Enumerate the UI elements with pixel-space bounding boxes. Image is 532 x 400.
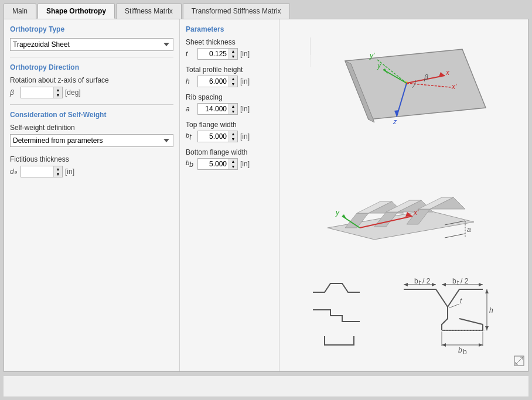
svg-text:y': y' — [369, 52, 375, 60]
content-area: Orthotropy Type Trapezoidal Sheet Orthot… — [4, 19, 528, 372]
param-spinner-2: ▲ ▼ — [197, 103, 238, 115]
param-spinner-0: ▲ ▼ — [197, 48, 238, 60]
self-weight-title: Consideration of Self-Weight — [10, 111, 173, 119]
param-down-btn-2[interactable]: ▼ — [229, 109, 237, 114]
svg-line-54 — [449, 304, 459, 308]
param-input-3[interactable] — [198, 131, 229, 142]
orthotropy-direction-title: Orthotropy Direction — [10, 63, 173, 71]
d-row: d₉ 0.199 ▲ ▼ [in] — [10, 166, 173, 177]
svg-text:t: t — [460, 297, 462, 305]
trapezoidal-sheet-diagram: y x' a — [310, 175, 497, 251]
param-spinner-btns-1: ▲ ▼ — [229, 76, 237, 87]
param-spinner-btns-4: ▲ ▼ — [229, 159, 237, 169]
param-input-4[interactable] — [198, 159, 229, 169]
param-profile-height: Total profile height h ▲ ▼ [in] — [186, 66, 273, 87]
param-symbol-4: bb — [186, 159, 195, 169]
param-up-btn-1[interactable]: ▲ — [229, 76, 237, 81]
tab-bar: Main Shape Orthotropy Stiffness Matrix T… — [0, 0, 532, 19]
d-symbol: d₉ — [10, 167, 18, 176]
param-up-btn-0[interactable]: ▲ — [229, 49, 237, 54]
cross-sections-left — [310, 278, 380, 354]
plate-axes-diagram: x x' y y' z β — [310, 37, 497, 149]
param-input-0[interactable] — [198, 49, 229, 59]
beta-input[interactable]: -45.00 — [21, 87, 53, 98]
param-up-btn-3[interactable]: ▲ — [229, 131, 237, 136]
svg-text:/ 2: / 2 — [461, 278, 469, 285]
beta-symbol: β — [10, 88, 18, 97]
params-title: Parameters — [186, 25, 273, 33]
param-up-btn-2[interactable]: ▲ — [229, 104, 237, 109]
self-weight-select[interactable]: Determined from parameters — [10, 134, 173, 147]
svg-text:y: y — [335, 208, 340, 217]
svg-marker-62 — [442, 343, 446, 347]
param-sheet-thickness: Sheet thickness t ▲ ▼ [in] — [186, 38, 273, 60]
d-up-btn[interactable]: ▲ — [54, 166, 62, 172]
beta-row: β -45.00 ▲ ▼ [deg] — [10, 87, 173, 98]
param-symbol-0: t — [186, 50, 195, 58]
svg-line-69 — [519, 357, 523, 361]
param-input-row-4: bb ▲ ▼ [in] — [186, 158, 273, 170]
main-container: Main Shape Orthotropy Stiffness Matrix T… — [0, 0, 532, 400]
param-unit-3: [in] — [240, 132, 250, 141]
param-top-flange: Top flange width bt ▲ ▼ [in] — [186, 121, 273, 142]
svg-text:a: a — [467, 225, 471, 234]
orthotropy-type-select[interactable]: Trapezoidal Sheet — [10, 38, 173, 51]
d-down-btn[interactable]: ▼ — [54, 172, 62, 177]
svg-text:t: t — [457, 279, 459, 287]
svg-text:x': x' — [413, 208, 419, 217]
self-weight-group: Consideration of Self-Weight Self-weight… — [10, 111, 173, 177]
right-panel: x x' y y' z β — [279, 19, 528, 371]
svg-text:b: b — [414, 278, 418, 285]
expand-icon — [514, 355, 524, 366]
param-unit-4: [in] — [240, 160, 250, 168]
beta-spinner-btns: ▲ ▼ — [53, 87, 62, 98]
param-spinner-3: ▲ ▼ — [197, 131, 238, 142]
tab-stiffness-matrix[interactable]: Stiffness Matrix — [116, 4, 182, 19]
param-label-3: Top flange width — [186, 121, 273, 129]
param-down-btn-3[interactable]: ▼ — [229, 136, 237, 142]
svg-text:z: z — [393, 118, 397, 126]
svg-text:β: β — [424, 73, 428, 81]
cross-section-area: b t / 2 b t / 2 — [310, 278, 497, 354]
d-spinner-btns: ▲ ▼ — [53, 166, 62, 177]
param-spinner-btns-2: ▲ ▼ — [229, 104, 237, 114]
param-unit-1: [in] — [240, 77, 250, 86]
orthotropy-direction-group: Orthotropy Direction Rotation about z-ax… — [10, 63, 173, 98]
tab-shape-orthotropy[interactable]: Shape Orthotropy — [37, 4, 115, 19]
middle-panel: Parameters Sheet thickness t ▲ ▼ — [180, 19, 279, 371]
param-input-2[interactable] — [198, 104, 229, 114]
cross-section-dimensioned: b t / 2 b t / 2 — [392, 278, 497, 354]
param-input-row-0: t ▲ ▼ [in] — [186, 48, 273, 60]
tab-main[interactable]: Main — [4, 4, 36, 19]
param-down-btn-1[interactable]: ▼ — [229, 81, 237, 87]
orthotropy-type-group: Orthotropy Type Trapezoidal Sheet — [10, 25, 173, 51]
svg-marker-47 — [479, 283, 483, 286]
param-down-btn-4[interactable]: ▼ — [229, 164, 237, 169]
expand-icon-btn[interactable] — [514, 355, 524, 368]
left-panel: Orthotropy Type Trapezoidal Sheet Orthot… — [4, 19, 180, 371]
param-spinner-btns-0: ▲ ▼ — [229, 49, 237, 59]
beta-up-btn[interactable]: ▲ — [54, 87, 62, 93]
orthotropy-type-title: Orthotropy Type — [10, 25, 173, 33]
svg-text:t: t — [419, 279, 421, 287]
param-unit-0: [in] — [240, 50, 250, 58]
beta-down-btn[interactable]: ▼ — [54, 93, 62, 98]
svg-marker-41 — [432, 283, 436, 286]
param-input-row-1: h ▲ ▼ [in] — [186, 76, 273, 87]
param-symbol-3: bt — [186, 132, 195, 141]
d-unit: [in] — [65, 167, 74, 176]
param-input-1[interactable] — [198, 76, 229, 87]
svg-text:b: b — [463, 348, 467, 354]
param-down-btn-0[interactable]: ▼ — [229, 54, 237, 59]
tab-transformed-stiffness-matrix[interactable]: Transformed Stiffness Matrix — [183, 4, 290, 19]
svg-marker-63 — [479, 343, 483, 347]
rotation-label: Rotation about z-axis of surface — [10, 76, 173, 84]
param-bottom-flange: Bottom flange width bb ▲ ▼ [in] — [186, 148, 273, 170]
d-input[interactable]: 0.199 — [21, 166, 53, 177]
svg-text:b: b — [452, 278, 456, 285]
self-weight-label: Self-weight definition — [10, 124, 173, 132]
svg-text:h: h — [489, 306, 493, 314]
param-symbol-1: h — [186, 77, 195, 86]
param-up-btn-4[interactable]: ▲ — [229, 159, 237, 164]
param-label-4: Bottom flange width — [186, 148, 273, 156]
